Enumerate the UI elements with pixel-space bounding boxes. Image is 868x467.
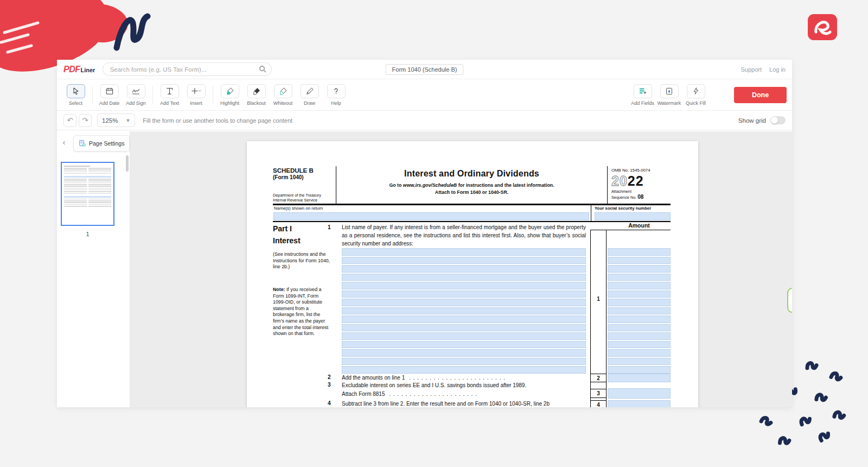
amount-field[interactable] <box>608 358 671 365</box>
support-link[interactable]: Support <box>741 66 762 73</box>
payer-name-field[interactable] <box>342 291 586 298</box>
zoom-value: 125% <box>102 117 118 124</box>
line3-number: 3 <box>328 382 337 388</box>
show-grid-toggle[interactable] <box>770 116 786 124</box>
draw-tool-button[interactable]: Draw <box>296 84 323 106</box>
payer-name-field[interactable] <box>342 332 586 340</box>
line4-number: 4 <box>328 400 337 406</box>
payer-name-field[interactable] <box>342 307 586 315</box>
current-form-chip[interactable]: Form 1040 (Schedule B) <box>386 64 464 75</box>
amount-field[interactable] <box>608 315 671 323</box>
add-fields-button[interactable]: Add Fields <box>629 84 656 106</box>
line3-dot-leader: . . . . . . . . . . . . . . . . . . . . … <box>389 390 586 397</box>
form-year: 2022 <box>611 174 671 188</box>
amount-field[interactable] <box>608 282 671 289</box>
signature-icon <box>131 87 141 96</box>
page-settings-label: Page Settings <box>89 140 124 147</box>
attachment-label: Attachment <box>611 189 671 194</box>
redo-button[interactable]: ↷ <box>79 114 92 127</box>
add-sign-tool-button[interactable]: Add Sign <box>123 84 149 106</box>
payer-name-field[interactable] <box>342 265 586 273</box>
watermark-button[interactable]: Watermark <box>656 84 682 106</box>
amount-field[interactable] <box>608 341 671 349</box>
pdfliner-logo[interactable]: PDF Liner <box>63 65 95 74</box>
line2-text: Add the amounts on line 1 . . . . . . . … <box>342 374 586 381</box>
amount-field[interactable] <box>608 332 671 340</box>
line4-amount-field[interactable] <box>608 400 671 407</box>
page-settings-button[interactable]: Page Settings <box>73 135 130 152</box>
amount-field[interactable] <box>608 257 671 264</box>
year-20: 20 <box>611 173 628 188</box>
tool-label: Help <box>331 100 341 106</box>
tool-label: Whiteout <box>273 100 293 106</box>
page-thumbnail[interactable] <box>61 162 114 226</box>
cursor-icon <box>72 87 80 96</box>
main-toolbar: Select Add Date Add Sign Add Text Insert… <box>57 79 792 111</box>
payer-name-field[interactable] <box>342 366 586 374</box>
amount-field[interactable] <box>608 265 671 273</box>
payer-name-field[interactable] <box>342 274 586 281</box>
amount-field[interactable] <box>608 291 671 298</box>
toolbar-right-group: Add Fields Watermark Quick Fill Done <box>629 84 787 106</box>
line3-amount-field[interactable] <box>608 388 671 399</box>
payer-name-field[interactable] <box>342 257 586 264</box>
line2-amount-field[interactable] <box>608 374 671 382</box>
names-row: Name(s) shown on return Your social secu… <box>273 205 671 222</box>
sidebar-scrollbar[interactable] <box>126 155 129 172</box>
blackout-tool-button[interactable]: Blackout <box>243 84 270 106</box>
line2-number: 2 <box>328 374 337 380</box>
payer-name-field[interactable] <box>342 341 586 349</box>
help-tool-button[interactable]: Help <box>323 84 349 106</box>
note-bold: Note: <box>273 287 285 292</box>
payer-name-field[interactable] <box>342 349 586 357</box>
amount-field[interactable] <box>608 307 671 315</box>
tool-label: Quick Fill <box>686 100 706 106</box>
fields-panel-handle[interactable] <box>787 288 792 313</box>
amount-field[interactable] <box>608 366 671 374</box>
line1-text: List name of payer. If any interest is f… <box>342 224 586 248</box>
amount-field[interactable] <box>608 324 671 332</box>
search-icon[interactable] <box>259 65 266 73</box>
quick-fill-button[interactable]: Quick Fill <box>682 84 709 106</box>
chevron-down-icon: ▼ <box>125 118 130 123</box>
header-links: Support Log in <box>741 66 786 73</box>
text-icon <box>165 87 174 95</box>
document-canvas: SCHEDULE B (Form 1040) Department of the… <box>130 131 792 407</box>
select-tool-button[interactable]: Select <box>62 84 89 106</box>
names-input-field[interactable] <box>273 212 589 220</box>
form-goto-line: Go to www.irs.gov/ScheduleB for instruct… <box>336 182 607 188</box>
payer-name-field[interactable] <box>342 315 586 323</box>
whiteout-tool-button[interactable]: Whiteout <box>270 84 296 106</box>
payer-name-field[interactable] <box>342 282 586 289</box>
zoom-select[interactable]: 125% ▼ <box>97 113 135 127</box>
attachment-sequence: Attachment Sequence No. 08 <box>611 189 671 201</box>
form-header-left: SCHEDULE B (Form 1040) Department of the… <box>273 166 336 204</box>
payer-name-field[interactable] <box>342 358 586 365</box>
insert-tool-button[interactable]: Insert <box>183 84 209 106</box>
line2-box: 2 <box>590 374 607 382</box>
done-button[interactable]: Done <box>734 87 787 103</box>
add-text-tool-button[interactable]: Add Text <box>156 84 183 106</box>
amount-column-header: Amount <box>608 222 671 229</box>
add-date-tool-button[interactable]: Add Date <box>96 84 123 106</box>
login-link[interactable]: Log in <box>769 66 786 73</box>
line1-number: 1 <box>328 224 337 230</box>
payer-rows-group <box>342 248 586 375</box>
payer-name-field[interactable] <box>342 248 586 256</box>
tool-label: Add Date <box>99 100 120 106</box>
amount-field[interactable] <box>608 299 671 306</box>
payer-name-field[interactable] <box>342 324 586 332</box>
toolbar-hint-text: Fill the form or use another tools to ch… <box>143 117 292 124</box>
highlight-icon <box>226 87 234 96</box>
collapse-sidebar-button[interactable]: ‹ <box>59 137 69 147</box>
line1-box-number: 1 <box>591 296 606 302</box>
amount-field[interactable] <box>608 248 671 256</box>
amount-field[interactable] <box>608 274 671 281</box>
payer-name-field[interactable] <box>342 299 586 306</box>
ssn-input-field[interactable] <box>595 212 671 220</box>
search-input[interactable] <box>103 62 272 76</box>
highlight-tool-button[interactable]: Highlight <box>216 84 243 106</box>
undo-button[interactable]: ↶ <box>63 114 76 127</box>
toggle-knob <box>771 117 778 124</box>
amount-field[interactable] <box>608 349 671 357</box>
